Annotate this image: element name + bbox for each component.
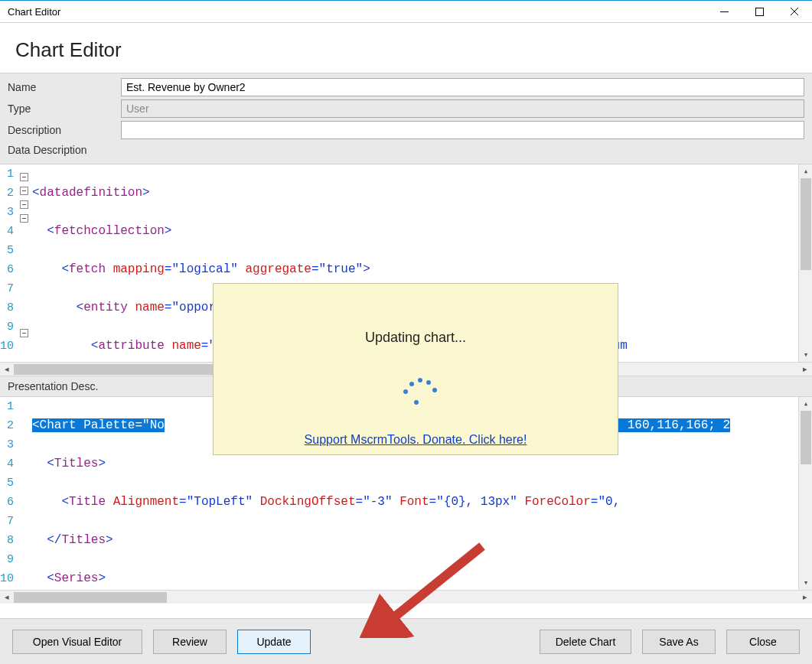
- fold-toggle-icon[interactable]: [20, 173, 28, 181]
- scroll-thumb[interactable]: [14, 364, 243, 375]
- maximize-icon: [755, 8, 764, 16]
- delete-chart-button[interactable]: Delete Chart: [540, 630, 631, 654]
- name-label: Name: [8, 81, 121, 93]
- fold-toggle-icon[interactable]: [20, 214, 28, 223]
- description-label: Description: [8, 124, 121, 136]
- vertical-scrollbar[interactable]: ▴ ▾: [798, 164, 812, 362]
- updating-popup: Updating chart... Support MscrmTools. Do…: [213, 283, 618, 455]
- close-icon: [790, 7, 799, 16]
- open-visual-editor-button[interactable]: Open Visual Editor: [12, 630, 142, 654]
- popup-title: Updating chart...: [365, 330, 466, 346]
- save-as-button[interactable]: Save As: [642, 630, 716, 654]
- scroll-thumb[interactable]: [801, 411, 811, 464]
- scroll-down-icon[interactable]: ▾: [799, 576, 812, 590]
- line-number-gutter: 12345678910: [0, 397, 15, 590]
- data-description-label: Data Description: [8, 144, 121, 156]
- type-label: Type: [8, 103, 121, 115]
- vertical-scrollbar[interactable]: ▴ ▾: [798, 397, 812, 590]
- fold-toggle-icon[interactable]: [20, 329, 28, 337]
- scroll-left-icon[interactable]: ◂: [0, 363, 14, 376]
- scroll-left-icon[interactable]: ◂: [0, 591, 14, 604]
- titlebar: Chart Editor: [0, 0, 812, 23]
- code-fold-column[interactable]: [15, 397, 32, 590]
- donate-link[interactable]: Support MscrmTools. Donate. Click here!: [305, 433, 527, 447]
- horizontal-scrollbar[interactable]: ◂ ▸: [0, 590, 812, 604]
- fold-toggle-icon[interactable]: [20, 200, 28, 209]
- maximize-button[interactable]: [742, 0, 777, 23]
- scroll-thumb[interactable]: [801, 178, 811, 270]
- scroll-right-icon[interactable]: ▸: [798, 363, 812, 376]
- selected-text: <Chart Palette="No: [32, 418, 165, 432]
- review-button[interactable]: Review: [153, 630, 227, 654]
- scroll-up-icon[interactable]: ▴: [799, 397, 812, 411]
- fields-panel: Name Type Description Data Description: [0, 73, 812, 164]
- type-input: [121, 99, 804, 118]
- line-number-gutter: 12345678910: [0, 164, 15, 362]
- name-input[interactable]: [121, 78, 804, 96]
- scroll-down-icon[interactable]: ▾: [799, 348, 812, 362]
- description-input[interactable]: [121, 121, 804, 139]
- scroll-thumb[interactable]: [14, 592, 167, 603]
- code-fold-column[interactable]: [15, 164, 32, 362]
- minimize-icon: [720, 8, 729, 16]
- close-button-bottom[interactable]: Close: [726, 630, 800, 654]
- scroll-up-icon[interactable]: ▴: [799, 164, 812, 178]
- page-title: Chart Editor: [0, 23, 812, 73]
- button-bar: Open Visual Editor Review Update Delete …: [0, 618, 812, 664]
- close-button[interactable]: [777, 0, 812, 23]
- spinner-icon: [393, 366, 439, 412]
- svg-rect-1: [755, 8, 763, 15]
- minimize-button[interactable]: [706, 0, 742, 23]
- scroll-right-icon[interactable]: ▸: [798, 591, 812, 604]
- window-title: Chart Editor: [8, 6, 60, 18]
- update-button[interactable]: Update: [237, 630, 311, 654]
- fold-toggle-icon[interactable]: [20, 187, 28, 195]
